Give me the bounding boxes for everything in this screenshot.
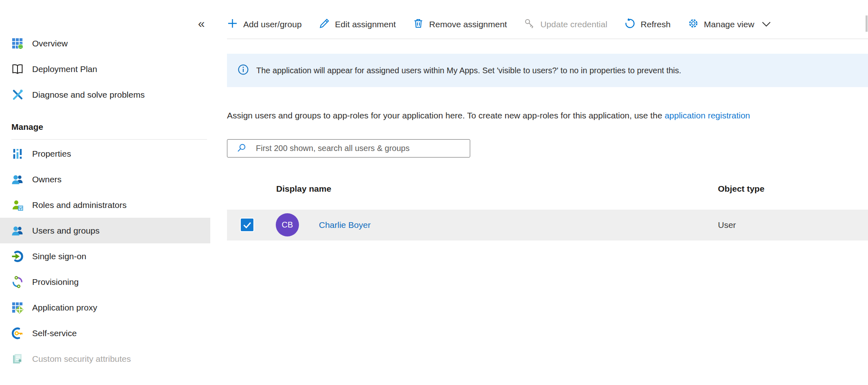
command-bar: Add user/group Edit assignment Remove as…: [227, 11, 868, 37]
sidebar-item-label: Owners: [32, 175, 61, 184]
sidebar-item-custom-security-attributes: Custom security attributes: [0, 346, 210, 372]
sidebar-item-owners[interactable]: Owners: [0, 166, 210, 192]
sidebar-item-self-service[interactable]: Self-service: [0, 320, 210, 346]
edit-assignment-button[interactable]: Edit assignment: [319, 18, 396, 31]
open-book-icon: [11, 63, 24, 75]
people-icon: [11, 225, 24, 237]
button-label: Manage view: [704, 20, 755, 29]
sidebar-item-label: Users and groups: [32, 226, 100, 236]
avatar: CB: [276, 213, 299, 236]
add-user-group-button[interactable]: Add user/group: [227, 18, 302, 31]
attributes-document-icon: [11, 353, 24, 365]
sync-arrows-icon: [11, 276, 24, 288]
double-chevron-left-icon: «: [198, 17, 205, 31]
button-label: Remove assignment: [429, 20, 507, 29]
sidebar-divider: [11, 139, 207, 140]
sidebar-item-label: Properties: [32, 149, 71, 159]
object-type-value: User: [718, 210, 736, 241]
pencil-icon: [319, 18, 330, 31]
remove-assignment-button[interactable]: Remove assignment: [413, 18, 507, 31]
sidebar-item-label: Single sign-on: [32, 252, 86, 261]
column-header-object-type: Object type: [718, 184, 764, 194]
sidebar-item-roles-administrators[interactable]: Roles and administrators: [0, 192, 210, 218]
plus-icon: [227, 18, 238, 31]
row-checkbox[interactable]: [240, 218, 254, 232]
sidebar-item-label: Deployment Plan: [32, 64, 97, 74]
refresh-icon: [624, 18, 635, 31]
crossed-tools-icon: [11, 89, 24, 101]
vertical-scrollbar[interactable]: [866, 15, 868, 32]
refresh-button[interactable]: Refresh: [624, 18, 671, 31]
sidebar-item-overview[interactable]: Overview: [0, 31, 210, 56]
people-icon: [11, 173, 24, 186]
button-label: Update credential: [540, 20, 607, 29]
search-box: [227, 139, 470, 158]
key-icon: [524, 18, 535, 31]
column-header-display-name: Display name: [276, 184, 331, 194]
update-credential-button: Update credential: [524, 18, 607, 31]
sidebar-item-label: Application proxy: [32, 303, 97, 313]
user-display-name-link[interactable]: Charlie Boyer: [319, 210, 371, 241]
intro-text: Assign users and groups to app-roles for…: [227, 111, 665, 120]
sidebar-item-label: Overview: [32, 39, 68, 48]
sidebar-item-deployment-plan[interactable]: Deployment Plan: [0, 56, 210, 82]
table-row[interactable]: CB Charlie Boyer User: [227, 210, 868, 241]
info-banner-text: The application will appear for assigned…: [256, 66, 681, 75]
grid-diamond-arrows-icon: [11, 302, 24, 314]
sign-in-circle-icon: [11, 250, 24, 262]
sidebar-item-label: Diagnose and solve problems: [32, 90, 145, 100]
sidebar-item-users-groups[interactable]: Users and groups: [0, 218, 210, 243]
sidebar-item-application-proxy[interactable]: Application proxy: [0, 295, 210, 320]
sidebar-item-label: Roles and administrators: [32, 200, 126, 210]
chevron-down-icon: [762, 22, 771, 27]
button-label: Add user/group: [243, 20, 302, 29]
info-circle-icon: [238, 64, 249, 77]
app-grid-globe-icon: [11, 37, 24, 50]
circle-key-icon: [11, 327, 24, 339]
intro-paragraph: Assign users and groups to app-roles for…: [227, 111, 868, 120]
button-label: Edit assignment: [335, 20, 396, 29]
sidebar-section-manage: Manage: [0, 117, 210, 137]
sidebar-item-provisioning[interactable]: Provisioning: [0, 269, 210, 295]
button-label: Refresh: [641, 20, 671, 29]
sidebar: Overview Deployment Plan Diagnose and so…: [0, 0, 210, 385]
trash-icon: [413, 18, 424, 31]
manage-view-button[interactable]: Manage view: [688, 18, 771, 31]
search-input[interactable]: [256, 140, 466, 157]
search-icon: [236, 142, 247, 155]
sidebar-item-single-sign-on[interactable]: Single sign-on: [0, 243, 210, 269]
collapse-sidebar-button[interactable]: «: [194, 15, 208, 32]
command-bar-divider: [227, 39, 868, 39]
application-registration-link[interactable]: application registration: [665, 111, 750, 120]
sidebar-item-label: Provisioning: [32, 277, 79, 287]
gear-icon: [688, 18, 699, 31]
sidebar-item-label: Self-service: [32, 328, 77, 338]
info-banner: The application will appear for assigned…: [227, 54, 868, 87]
sliders-icon: [11, 148, 24, 160]
sidebar-item-properties[interactable]: Properties: [0, 141, 210, 166]
person-cube-icon: [11, 199, 24, 211]
sidebar-item-label: Custom security attributes: [32, 354, 131, 364]
sidebar-item-diagnose[interactable]: Diagnose and solve problems: [0, 82, 210, 107]
